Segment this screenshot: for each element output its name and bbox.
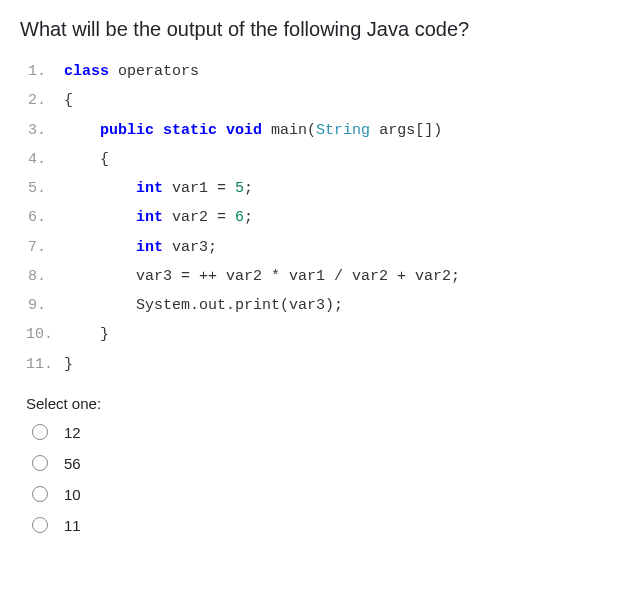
line-number: 9.: [26, 291, 64, 320]
code-line: 3. public static void main(String args[]…: [26, 116, 619, 145]
line-number: 7.: [26, 233, 64, 262]
option-56[interactable]: 56: [32, 455, 619, 472]
line-number: 6.: [26, 203, 64, 232]
code-content: }: [64, 350, 73, 379]
code-content: System.out.print(var3);: [64, 291, 343, 320]
radio-icon[interactable]: [32, 455, 48, 471]
line-number: 8.: [26, 262, 64, 291]
code-content: int var1 = 5;: [64, 174, 253, 203]
option-12[interactable]: 12: [32, 424, 619, 441]
question-title: What will be the output of the following…: [20, 18, 619, 41]
line-number: 1.: [26, 57, 64, 86]
line-number: 4.: [26, 145, 64, 174]
line-number: 2.: [26, 86, 64, 115]
code-line: 9. System.out.print(var3);: [26, 291, 619, 320]
line-number: 10.: [26, 320, 64, 349]
code-content: int var2 = 6;: [64, 203, 253, 232]
radio-icon[interactable]: [32, 517, 48, 533]
code-line: 10. }: [26, 320, 619, 349]
line-number: 11.: [26, 350, 64, 379]
option-label: 56: [64, 455, 81, 472]
code-content: class operators: [64, 57, 199, 86]
option-label: 11: [64, 517, 81, 534]
code-content: var3 = ++ var2 * var1 / var2 + var2;: [64, 262, 460, 291]
code-content: }: [64, 320, 109, 349]
code-line: 7. int var3;: [26, 233, 619, 262]
code-content: int var3;: [64, 233, 217, 262]
options-group: 12561011: [20, 424, 619, 534]
code-content: {: [64, 86, 73, 115]
code-line: 6. int var2 = 6;: [26, 203, 619, 232]
code-block: 1.class operators2.{3. public static voi…: [20, 57, 619, 379]
code-content: public static void main(String args[]): [64, 116, 442, 145]
option-label: 12: [64, 424, 81, 441]
option-label: 10: [64, 486, 81, 503]
code-line: 1.class operators: [26, 57, 619, 86]
select-one-label: Select one:: [20, 395, 619, 412]
line-number: 5.: [26, 174, 64, 203]
line-number: 3.: [26, 116, 64, 145]
option-11[interactable]: 11: [32, 517, 619, 534]
radio-icon[interactable]: [32, 486, 48, 502]
radio-icon[interactable]: [32, 424, 48, 440]
code-line: 5. int var1 = 5;: [26, 174, 619, 203]
code-content: {: [64, 145, 109, 174]
code-line: 8. var3 = ++ var2 * var1 / var2 + var2;: [26, 262, 619, 291]
code-line: 2.{: [26, 86, 619, 115]
option-10[interactable]: 10: [32, 486, 619, 503]
code-line: 11.}: [26, 350, 619, 379]
code-line: 4. {: [26, 145, 619, 174]
